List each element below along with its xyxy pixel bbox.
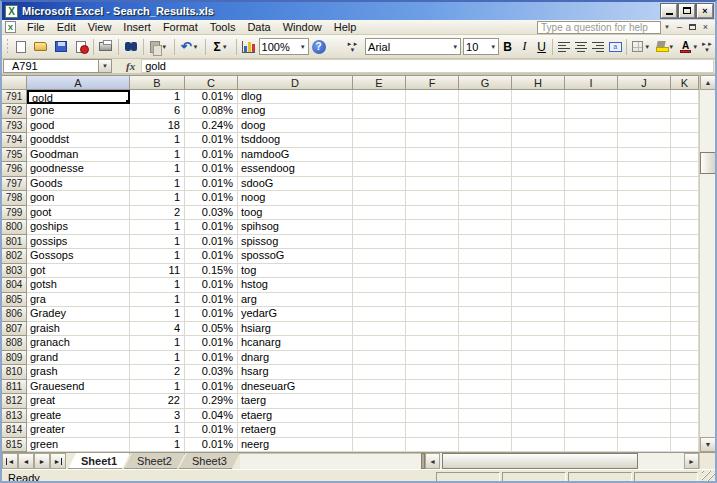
cell-k795[interactable]	[671, 148, 699, 162]
next-sheet-button[interactable]: ►	[34, 453, 50, 469]
cell-j795[interactable]	[618, 148, 671, 162]
row-header-814[interactable]: 814	[2, 423, 27, 437]
cell-h794[interactable]	[512, 133, 565, 147]
cell-j804[interactable]	[618, 278, 671, 292]
cell-j799[interactable]	[618, 206, 671, 220]
scroll-up-icon[interactable]: ▲	[700, 75, 716, 90]
cell-j814[interactable]	[618, 423, 671, 437]
save-button[interactable]	[51, 37, 71, 56]
cell-a807[interactable]: graish	[27, 322, 130, 336]
column-header-b[interactable]: B	[130, 75, 185, 90]
autosum-button[interactable]: Σ▼	[208, 37, 234, 56]
cell-j802[interactable]	[618, 249, 671, 263]
cell-k793[interactable]	[671, 119, 699, 133]
row-header-805[interactable]: 805	[2, 293, 27, 307]
cell-i795[interactable]	[565, 148, 618, 162]
cell-h796[interactable]	[512, 162, 565, 176]
toolbar-grip[interactable]	[7, 39, 8, 55]
cell-c805[interactable]: 0.01%	[185, 293, 238, 307]
cell-c812[interactable]: 0.29%	[185, 394, 238, 408]
formatting-toolbar-grip[interactable]	[362, 39, 363, 55]
cell-a794[interactable]: gooddst	[27, 133, 130, 147]
cell-d813[interactable]: etaerg	[238, 409, 353, 423]
cell-i792[interactable]	[565, 104, 618, 118]
cell-c797[interactable]: 0.01%	[185, 177, 238, 191]
first-sheet-button[interactable]: ◄	[2, 453, 18, 469]
cell-f791[interactable]	[406, 90, 459, 104]
align-right-button[interactable]	[589, 37, 606, 56]
cell-k808[interactable]	[671, 336, 699, 350]
cell-e791[interactable]	[353, 90, 406, 104]
row-header-792[interactable]: 792	[2, 104, 27, 118]
cell-f812[interactable]	[406, 394, 459, 408]
cell-k794[interactable]	[671, 133, 699, 147]
cell-j803[interactable]	[618, 264, 671, 278]
menu-data[interactable]: Data	[241, 20, 276, 34]
toolbar-options-button[interactable]: ►►▼	[347, 37, 359, 56]
cell-k814[interactable]	[671, 423, 699, 437]
cell-f810[interactable]	[406, 365, 459, 379]
cell-h800[interactable]	[512, 220, 565, 234]
align-center-button[interactable]	[572, 37, 589, 56]
cell-e805[interactable]	[353, 293, 406, 307]
cell-e804[interactable]	[353, 278, 406, 292]
cell-g791[interactable]	[459, 90, 512, 104]
cell-c806[interactable]: 0.01%	[185, 307, 238, 321]
horizontal-scroll-track[interactable]	[440, 453, 684, 469]
cell-e811[interactable]	[353, 380, 406, 394]
cell-g797[interactable]	[459, 177, 512, 191]
cell-b811[interactable]: 1	[130, 380, 185, 394]
horizontal-scroll-thumb[interactable]	[442, 453, 638, 469]
row-header-796[interactable]: 796	[2, 162, 27, 176]
cell-j798[interactable]	[618, 191, 671, 205]
cell-d791[interactable]: dlog	[238, 90, 353, 104]
cell-f799[interactable]	[406, 206, 459, 220]
cell-a793[interactable]: good	[27, 119, 130, 133]
cell-d793[interactable]: doog	[238, 119, 353, 133]
undo-dropdown-icon[interactable]: ▼	[193, 44, 199, 50]
borders-dropdown-icon[interactable]: ▼	[644, 44, 650, 50]
tab-sheet3[interactable]: Sheet3	[179, 453, 240, 469]
cell-b815[interactable]: 1	[130, 438, 185, 452]
cell-g793[interactable]	[459, 119, 512, 133]
cell-a815[interactable]: green	[27, 438, 130, 452]
cell-i796[interactable]	[565, 162, 618, 176]
cell-h803[interactable]	[512, 264, 565, 278]
cell-h809[interactable]	[512, 351, 565, 365]
workbook-restore-button[interactable]	[686, 21, 699, 34]
cell-d805[interactable]: arg	[238, 293, 353, 307]
cell-c811[interactable]: 0.01%	[185, 380, 238, 394]
open-button[interactable]	[31, 37, 51, 56]
cell-d810[interactable]: hsarg	[238, 365, 353, 379]
cell-c801[interactable]: 0.01%	[185, 235, 238, 249]
cell-k803[interactable]	[671, 264, 699, 278]
cell-i805[interactable]	[565, 293, 618, 307]
borders-button[interactable]: ▼	[629, 37, 653, 56]
cell-e796[interactable]	[353, 162, 406, 176]
cell-f792[interactable]	[406, 104, 459, 118]
cell-e800[interactable]	[353, 220, 406, 234]
cell-d798[interactable]: noog	[238, 191, 353, 205]
row-header-802[interactable]: 802	[2, 249, 27, 263]
cell-e814[interactable]	[353, 423, 406, 437]
vertical-scroll-thumb[interactable]	[700, 152, 716, 174]
paste-button[interactable]: ▼	[146, 37, 172, 56]
cell-a802[interactable]: Gossops	[27, 249, 130, 263]
horizontal-scrollbar[interactable]: ◄ ►	[425, 453, 699, 469]
cell-i797[interactable]	[565, 177, 618, 191]
zoom-dropdown-icon[interactable]: ▼	[300, 44, 306, 50]
cell-g800[interactable]	[459, 220, 512, 234]
cell-d799[interactable]: toog	[238, 206, 353, 220]
cell-h808[interactable]	[512, 336, 565, 350]
cell-k812[interactable]	[671, 394, 699, 408]
cell-f813[interactable]	[406, 409, 459, 423]
cell-b801[interactable]: 1	[130, 235, 185, 249]
cell-e799[interactable]	[353, 206, 406, 220]
cell-j813[interactable]	[618, 409, 671, 423]
cell-c814[interactable]: 0.01%	[185, 423, 238, 437]
cell-j800[interactable]	[618, 220, 671, 234]
cell-f808[interactable]	[406, 336, 459, 350]
cell-a791[interactable]: gold	[27, 90, 130, 104]
cell-a813[interactable]: greate	[27, 409, 130, 423]
cell-h802[interactable]	[512, 249, 565, 263]
